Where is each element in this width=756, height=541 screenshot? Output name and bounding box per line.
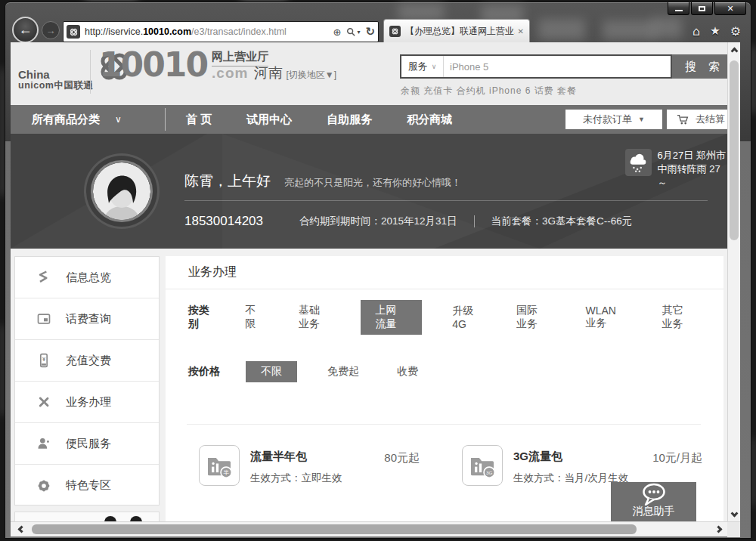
webpage-viewport: China unicom中国联通 10010 网上营业厅 .com 河南 [切换…: [11, 42, 727, 521]
maximize-button[interactable]: [691, 2, 713, 15]
category-filter-label: 按类别: [188, 304, 212, 331]
category-option-unlimited[interactable]: 不限: [237, 300, 268, 335]
logo-divider: [90, 50, 91, 94]
weather-forecast: 中雨转阵雨 27～: [658, 162, 727, 190]
speech-bubble-icon: [639, 482, 669, 508]
site-favicon: [67, 25, 80, 39]
close-window-button[interactable]: ✕: [714, 2, 746, 15]
settings-gear-icon[interactable]: ⚙: [730, 24, 741, 39]
tab-close-icon[interactable]: ✕: [518, 27, 524, 36]
cart-icon: [677, 114, 689, 125]
message-assistant-widget[interactable]: 消息助手: [611, 482, 696, 521]
scroll-left-arrow[interactable]: [14, 524, 26, 535]
search-dropdown-caret-icon[interactable]: ▾: [357, 29, 360, 36]
category-option-international[interactable]: 国际业务: [509, 300, 556, 335]
nav-item-self-service[interactable]: 自助服务: [327, 113, 372, 127]
region-name: 河南: [254, 65, 283, 81]
sidebar-item-bill-query[interactable]: 话费查询: [15, 298, 159, 340]
person-icon: [36, 436, 52, 451]
sidebar-next-widget-partial: [14, 512, 160, 521]
search-area: 服务 ∨ 搜 索: [400, 54, 727, 79]
sidebar-item-business[interactable]: 业务办理: [15, 382, 159, 423]
horizontal-scroll-thumb[interactable]: [32, 524, 637, 534]
minimize-button[interactable]: [668, 2, 689, 15]
svg-text:半: 半: [223, 469, 229, 476]
data-package-icon: 半: [199, 445, 240, 486]
back-arrow-icon: ←: [19, 22, 33, 38]
tab-favicon: [389, 26, 401, 37]
greeting-message: 亮起的不只是阳光，还有你的好心情哦！: [284, 176, 461, 190]
nav-item-home[interactable]: 首 页: [186, 113, 212, 127]
price-option-free[interactable]: 免费起: [320, 361, 367, 382]
search-button[interactable]: 搜 索: [672, 54, 727, 79]
address-bar[interactable]: http://iservice.10010.com/e3/transact/in…: [63, 21, 379, 42]
all-categories-menu[interactable]: 所有商品分类 ∨: [32, 105, 122, 134]
info-divider: [474, 215, 475, 227]
main-navbar: 所有商品分类 ∨ 首 页 试用中心 自助服务 积分商城 未付款订单 ▼ 去结算: [11, 105, 727, 134]
search-input[interactable]: [444, 61, 671, 73]
horizontal-scrollbar[interactable]: [11, 521, 740, 536]
vertical-scrollbar[interactable]: [727, 42, 740, 521]
refresh-icon[interactable]: ↻: [365, 25, 375, 39]
product-card-half-year-pack[interactable]: 半 流量半年包 生效方式：立即生效 80元起: [199, 445, 420, 490]
nav-item-trial-center[interactable]: 试用中心: [246, 113, 292, 127]
chevron-down-icon: ∨: [432, 63, 437, 70]
glass-blur: [398, 4, 444, 20]
sidebar-item-convenience[interactable]: 便民服务: [15, 423, 159, 465]
region-switch-link[interactable]: [切换地区▼]: [286, 70, 336, 80]
sidebar-item-recharge[interactable]: ¥ 充值交费: [15, 340, 159, 382]
forward-arrow-icon: →: [46, 25, 56, 36]
favorites-star-icon[interactable]: ★: [710, 24, 720, 39]
region-selector: 河南 [切换地区▼]: [254, 63, 336, 83]
price-option-paid[interactable]: 收费: [389, 361, 426, 382]
browser-tab[interactable]: 【办理总览】联通网上营业... ✕: [383, 19, 530, 42]
product-price: 10元/月起: [652, 451, 702, 465]
category-filter-row: 按类别 不限 基础业务 上网流量 升级4G 国际业务 WLAN业务 其它业务: [188, 306, 723, 329]
product-price: 80元起: [384, 451, 420, 465]
back-button[interactable]: ←: [12, 17, 39, 43]
browser-action-icons: ⌂ ★ ⚙: [692, 24, 741, 39]
vertical-scroll-thumb[interactable]: [730, 60, 739, 240]
search-category-dropdown[interactable]: 服务 ∨: [401, 56, 444, 77]
product-name: 3G流量包: [513, 450, 562, 464]
maximize-icon: [699, 6, 705, 11]
forward-button[interactable]: →: [42, 21, 60, 39]
unpaid-orders-dropdown[interactable]: 未付款订单 ▼: [565, 110, 662, 129]
hot-search-keywords[interactable]: 余额 充值卡 合约机 iPhone 6 话费 套餐: [401, 85, 577, 97]
checkout-button[interactable]: 去结算: [667, 110, 727, 129]
content-area: 信息总览 话费查询 ¥ 充值交费: [11, 249, 727, 521]
caret-down-icon: ▼: [638, 116, 645, 123]
nav-divider: [165, 108, 166, 131]
sidebar-item-special-zone[interactable]: 特色专区: [15, 465, 159, 506]
rain-cloud-icon: [625, 149, 652, 176]
nav-item-points-mall[interactable]: 积分商城: [407, 113, 452, 127]
category-option-basic[interactable]: 基础业务: [291, 300, 338, 335]
sidebar-item-info-overview[interactable]: 信息总览: [15, 257, 159, 298]
category-option-data-traffic[interactable]: 上网流量: [361, 300, 423, 335]
search-icon[interactable]: ▾: [346, 27, 360, 36]
scroll-down-arrow[interactable]: [729, 509, 740, 520]
banner-divider: [184, 200, 708, 201]
tools-cross-icon: [36, 394, 52, 410]
category-option-wlan[interactable]: WLAN业务: [578, 301, 632, 334]
user-avatar: [84, 153, 160, 229]
greeting-name: 陈霄，上午好: [184, 172, 271, 191]
product-name: 流量半年包: [250, 450, 307, 464]
compatibility-view-icon[interactable]: ⊕: [333, 26, 342, 38]
user-banner: 陈霄，上午好 亮起的不只是阳光，还有你的好心情哦！ 18530014203 合约…: [11, 134, 727, 249]
current-plan: 当前套餐：3G基本套餐C--66元: [491, 215, 633, 228]
category-option-upgrade-4g[interactable]: 升级4G: [445, 301, 486, 334]
price-option-unlimited[interactable]: 不限: [246, 361, 297, 382]
panel-divider: [187, 424, 701, 425]
category-option-other[interactable]: 其它业务: [654, 300, 701, 335]
url-text: http://iservice.10010.com/e3/transact/in…: [85, 26, 333, 37]
scroll-right-arrow[interactable]: [714, 524, 725, 535]
site-logo: 10010 网上营业厅 .com: [99, 48, 268, 82]
brand-line1: China: [18, 70, 93, 80]
product-effect: 生效方式：立即生效: [250, 471, 342, 485]
home-icon[interactable]: ⌂: [692, 24, 700, 39]
minimize-icon: [675, 10, 683, 11]
scroll-up-arrow[interactable]: [729, 44, 740, 55]
brand-line2: unicom中国联通: [18, 80, 93, 91]
sidebar-menu: 信息总览 话费查询 ¥ 充值交费: [14, 256, 160, 505]
